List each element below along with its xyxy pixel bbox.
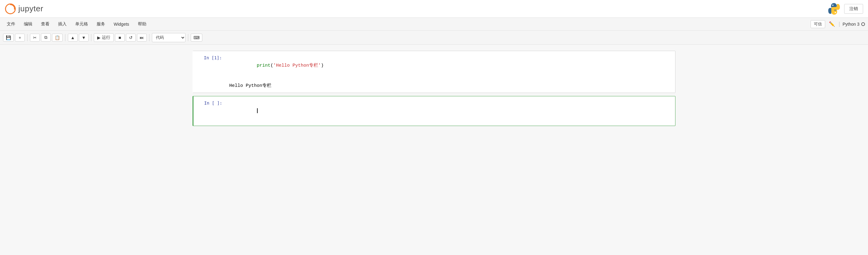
cell-1-output-area: Hello Python专栏 bbox=[193, 82, 675, 90]
run-button[interactable]: ▶ 运行 bbox=[94, 33, 114, 42]
header-right: 注销 bbox=[828, 2, 863, 15]
add-cell-button[interactable]: + bbox=[15, 34, 25, 41]
jupyter-logo-icon bbox=[5, 3, 16, 15]
menu-item-edit[interactable]: 编辑 bbox=[20, 20, 36, 28]
header: jupyter 注销 bbox=[0, 0, 868, 18]
trusted-button[interactable]: 可信 bbox=[810, 20, 825, 28]
menubar: 文件 编辑 查看 插入 单元格 服务 Widgets 帮助 可信 ✏️ | Py… bbox=[0, 18, 868, 31]
kernel-name-label: Python 3 bbox=[843, 22, 860, 27]
cell-1[interactable]: In [1]: print('Hello Python专栏') Hello Py… bbox=[192, 51, 676, 93]
toolbar-separator-2 bbox=[65, 34, 65, 41]
toolbar-separator-5 bbox=[188, 34, 188, 41]
toolbar: 💾 + ✂ ⧉ 📋 ▲ ▼ ▶ 运行 ■ ↺ ⏭ 代码 ⌨ bbox=[0, 31, 868, 45]
cell-1-code[interactable]: print('Hello Python专栏') bbox=[227, 54, 675, 78]
logo-area: jupyter bbox=[5, 3, 43, 15]
cell-container-2: In [ ]: bbox=[174, 96, 694, 126]
cut-button[interactable]: ✂ bbox=[30, 34, 40, 41]
save-button[interactable]: 💾 bbox=[3, 34, 14, 41]
python-logo-icon bbox=[828, 2, 840, 15]
menu-item-cell[interactable]: 单元格 bbox=[71, 20, 92, 28]
cell-1-output-text: Hello Python专栏 bbox=[227, 82, 274, 90]
cursor bbox=[257, 108, 258, 113]
menu-right: 可信 ✏️ | Python 3 bbox=[810, 20, 865, 28]
menu-item-widgets[interactable]: Widgets bbox=[110, 21, 133, 28]
interrupt-button[interactable]: ■ bbox=[115, 34, 125, 41]
menu-item-view[interactable]: 查看 bbox=[37, 20, 53, 28]
cell-2-input: In [ ]: bbox=[193, 96, 675, 126]
svg-point-2 bbox=[832, 5, 834, 6]
paste-button[interactable]: 📋 bbox=[52, 34, 63, 41]
move-up-button[interactable]: ▲ bbox=[68, 34, 78, 41]
cell-1-prompt: In [1]: bbox=[193, 54, 227, 62]
menu-item-file[interactable]: 文件 bbox=[3, 20, 19, 28]
keyboard-button[interactable]: ⌨ bbox=[191, 34, 202, 41]
restart-run-button[interactable]: ⏭ bbox=[137, 34, 147, 41]
code-paren-close: ) bbox=[321, 63, 324, 68]
kernel-info: Python 3 bbox=[843, 22, 865, 27]
menu-separator: | bbox=[839, 21, 840, 27]
copy-button[interactable]: ⧉ bbox=[41, 33, 51, 41]
cell-2-prompt: In [ ]: bbox=[193, 99, 227, 107]
logo-text: jupyter bbox=[18, 4, 43, 13]
cell-container-1: In [1]: print('Hello Python专栏') Hello Py… bbox=[174, 51, 694, 93]
code-print: print bbox=[257, 63, 271, 68]
move-down-button[interactable]: ▼ bbox=[79, 34, 89, 41]
svg-point-1 bbox=[14, 8, 16, 9]
cell-2-code[interactable] bbox=[227, 99, 675, 123]
svg-point-3 bbox=[835, 12, 836, 13]
menu-item-help[interactable]: 帮助 bbox=[134, 20, 150, 28]
edit-icon-button[interactable]: ✏️ bbox=[828, 21, 836, 27]
code-string: 'Hello Python专栏' bbox=[273, 63, 321, 68]
menu-items: 文件 编辑 查看 插入 单元格 服务 Widgets 帮助 bbox=[3, 20, 150, 28]
menu-item-insert[interactable]: 插入 bbox=[54, 20, 70, 28]
toolbar-separator-1 bbox=[27, 34, 28, 41]
run-icon: ▶ bbox=[97, 35, 100, 40]
cell-2[interactable]: In [ ]: bbox=[192, 96, 676, 126]
code-paren-open: ( bbox=[271, 63, 273, 68]
run-label: 运行 bbox=[102, 35, 110, 40]
menu-item-kernel[interactable]: 服务 bbox=[93, 20, 109, 28]
toolbar-separator-4 bbox=[149, 34, 150, 41]
cancel-button[interactable]: 注销 bbox=[844, 4, 863, 14]
notebook-area: In [1]: print('Hello Python专栏') Hello Py… bbox=[0, 45, 868, 255]
cell-1-input: In [1]: print('Hello Python专栏') bbox=[193, 51, 675, 80]
toolbar-separator-3 bbox=[91, 34, 91, 41]
kernel-status-circle bbox=[861, 22, 865, 26]
svg-point-0 bbox=[5, 4, 15, 14]
cell-1-output: Hello Python专栏 bbox=[193, 80, 675, 93]
restart-button[interactable]: ↺ bbox=[126, 34, 136, 41]
cell-type-select[interactable]: 代码 bbox=[152, 33, 186, 42]
